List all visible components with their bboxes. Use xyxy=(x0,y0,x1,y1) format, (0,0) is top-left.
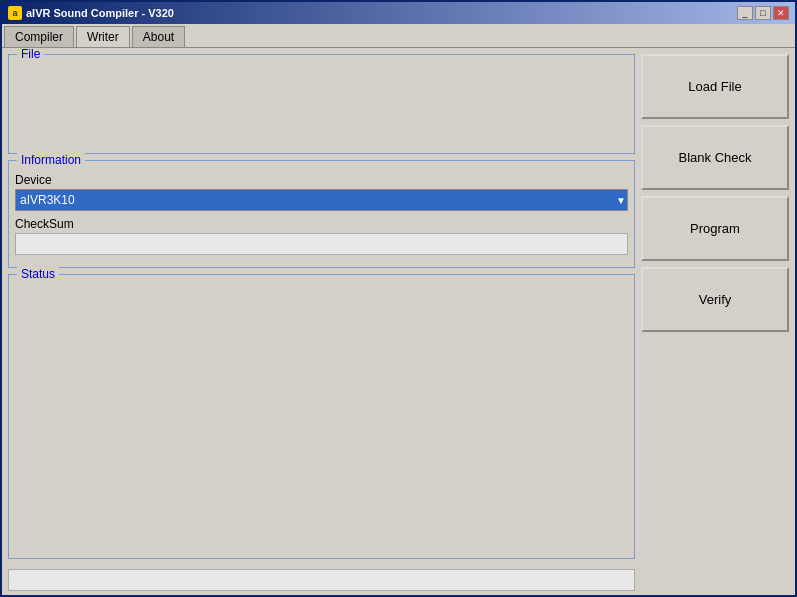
bottom-right-spacer xyxy=(641,569,789,591)
checksum-input[interactable] xyxy=(15,233,628,255)
blank-check-button[interactable]: Blank Check xyxy=(641,125,789,190)
information-group-title: Information xyxy=(17,153,85,167)
tab-compiler[interactable]: Compiler xyxy=(4,26,74,47)
information-group: Information Device aIVR3K10 ▼ CheckSum xyxy=(8,160,635,268)
tab-about[interactable]: About xyxy=(132,26,185,47)
device-label: Device xyxy=(15,173,628,187)
window-controls: _ □ ✕ xyxy=(737,6,789,20)
title-bar-left: a aIVR Sound Compiler - V320 xyxy=(8,6,174,20)
device-dropdown-wrapper: aIVR3K10 ▼ xyxy=(15,189,628,211)
window-title: aIVR Sound Compiler - V320 xyxy=(26,7,174,19)
program-button[interactable]: Program xyxy=(641,196,789,261)
maximize-button[interactable]: □ xyxy=(755,6,771,20)
main-window: a aIVR Sound Compiler - V320 _ □ ✕ Compi… xyxy=(0,0,797,597)
minimize-button[interactable]: _ xyxy=(737,6,753,20)
right-panel: Load File Blank Check Program Verify xyxy=(641,54,789,559)
title-bar: a aIVR Sound Compiler - V320 _ □ ✕ xyxy=(2,2,795,24)
status-input[interactable] xyxy=(8,569,635,591)
close-button[interactable]: ✕ xyxy=(773,6,789,20)
device-select[interactable]: aIVR3K10 xyxy=(15,189,628,211)
left-panel: File Information Device aIVR3K10 ▼ Check… xyxy=(8,54,635,559)
device-field-row: Device aIVR3K10 ▼ xyxy=(15,173,628,211)
checksum-field-row: CheckSum xyxy=(15,217,628,255)
load-file-button[interactable]: Load File xyxy=(641,54,789,119)
status-group: Status xyxy=(8,274,635,559)
main-content: File Information Device aIVR3K10 ▼ Check… xyxy=(2,48,795,565)
app-icon: a xyxy=(8,6,22,20)
checksum-label: CheckSum xyxy=(15,217,628,231)
menu-bar: Compiler Writer About xyxy=(2,24,795,48)
verify-button[interactable]: Verify xyxy=(641,267,789,332)
status-group-title: Status xyxy=(17,267,59,281)
file-group: File xyxy=(8,54,635,154)
bottom-bar xyxy=(2,565,795,595)
tab-writer[interactable]: Writer xyxy=(76,26,130,47)
file-group-title: File xyxy=(17,48,44,61)
